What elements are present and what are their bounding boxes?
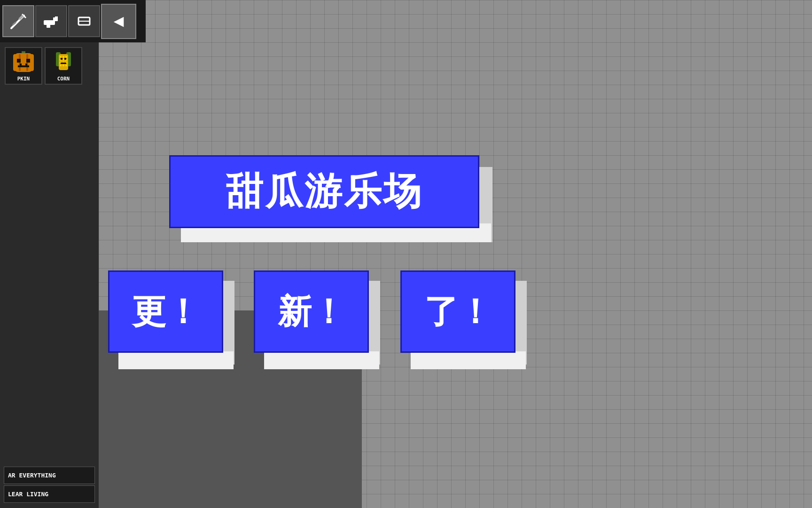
svg-rect-36 [65,64,67,66]
svg-rect-26 [62,56,64,58]
btn-le-text: 了！ [424,289,492,334]
eraser-icon [75,12,94,31]
btn-xin-side-bottom [264,351,379,369]
btn-geng-button[interactable]: 更！ [108,270,223,369]
btn-geng-side-bottom [118,351,234,369]
main-title-button[interactable]: 甜瓜游乐场 [169,155,479,242]
btn-geng-face: 更！ [108,270,223,353]
svg-rect-34 [60,64,62,66]
main-title-text: 甜瓜游乐场 [226,167,423,217]
svg-line-2 [19,16,23,19]
sword-icon [9,12,28,31]
main-title-button-face: 甜瓜游乐场 [169,155,479,228]
back-icon: ◄ [110,11,127,31]
back-button[interactable]: ◄ [101,4,136,39]
btn-le-side-bottom [411,351,526,369]
svg-rect-18 [18,65,29,67]
svg-rect-19 [20,64,22,65]
btn-xin-button[interactable]: 新！ [254,270,369,369]
inventory-panel: PKIN [0,42,99,92]
clear-everything-button[interactable]: AR EVERYTHING [4,467,95,484]
svg-rect-35 [62,64,64,66]
bottom-buttons: AR EVERYTHING LEAR LIVING [0,463,99,508]
clear-living-button[interactable]: LEAR LIVING [4,485,95,503]
pumpkin-slot[interactable]: PKIN [5,47,42,85]
svg-rect-37 [61,58,62,60]
btn-xin-text: 新！ [278,289,345,334]
inventory-row: PKIN [5,47,94,85]
toolbar: ◄ [0,0,146,42]
btn-geng-text: 更！ [132,289,200,334]
svg-rect-39 [61,63,66,64]
corn-label: CORN [57,76,70,82]
svg-rect-29 [62,59,64,61]
corn-slot[interactable]: CORN [45,47,82,85]
corn-icon [51,50,76,75]
svg-rect-16 [17,59,21,63]
pumpkin-icon [11,50,36,75]
pumpkin-label: PKIN [17,76,30,82]
gun-tool-button[interactable] [35,5,67,37]
btn-le-face: 了！ [400,270,515,353]
sword-tool-button[interactable] [2,5,34,37]
svg-rect-27 [65,56,67,58]
svg-rect-7 [55,16,58,18]
svg-rect-25 [60,56,62,58]
svg-rect-38 [64,58,66,60]
btn-xin-face: 新！ [254,270,369,353]
btn-le-button[interactable]: 了！ [400,270,515,369]
eraser-tool-button[interactable] [68,5,100,37]
svg-rect-6 [47,24,50,28]
gun-icon [42,12,61,31]
svg-rect-17 [26,59,30,63]
svg-rect-20 [25,64,27,65]
svg-rect-5 [53,17,58,21]
sidebar: PKIN [0,0,99,508]
